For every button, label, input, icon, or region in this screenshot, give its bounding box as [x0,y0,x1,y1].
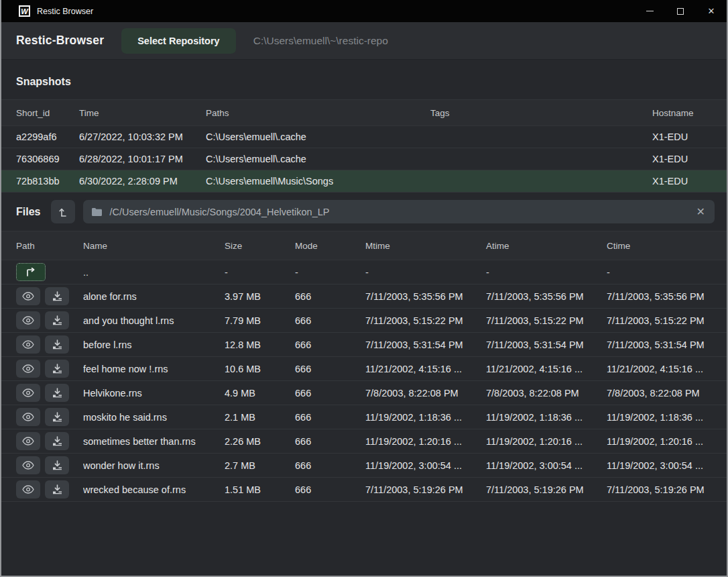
file-mode: 666 [295,412,365,423]
clear-path-button[interactable]: ✕ [695,205,707,218]
column-mtime: Mtime [365,241,486,251]
snapshot-row[interactable]: a2299af6 6/27/2022, 10:03:32 PM C:\Users… [1,126,727,148]
download-icon [52,436,62,446]
file-name: wrecked because of.rns [83,484,225,495]
page-title: Restic-Browser [16,34,104,48]
download-file-button[interactable] [45,384,69,402]
close-icon: ✕ [708,6,715,16]
file-name: .. [83,267,225,278]
download-icon [52,339,62,350]
file-atime: 7/11/2003, 5:31:54 PM [486,339,607,350]
preview-file-button[interactable] [16,360,40,378]
download-file-button[interactable] [45,311,69,329]
column-time: Time [79,108,206,118]
file-size: 1.51 MB [225,484,295,495]
snapshot-short-id: 72b813bb [16,176,79,187]
file-ctime: 7/11/2003, 5:31:54 PM [607,339,715,350]
file-size: 2.7 MB [225,460,295,471]
select-repository-button[interactable]: Select Repository [121,28,236,54]
column-name: Name [83,241,225,251]
file-name: before l.rns [83,339,225,350]
column-size: Size [225,241,295,251]
download-file-button[interactable] [45,335,69,354]
file-atime: 11/21/2002, 4:15:16 ... [486,364,607,374]
download-file-button[interactable] [45,287,69,305]
file-size: 2.1 MB [225,412,295,423]
file-row: moskito he said.rns 2.1 MB 666 11/19/200… [1,405,727,429]
download-file-button[interactable] [45,408,69,426]
file-atime: 11/19/2002, 1:20:16 ... [486,436,607,447]
file-mode: 666 [295,364,365,374]
download-file-button[interactable] [45,360,69,378]
preview-file-button[interactable] [16,384,40,402]
eye-icon [22,461,34,470]
file-ctime: 7/11/2003, 5:15:22 PM [607,315,715,326]
path-bar[interactable]: /C/Users/emuell/Music/Songs/2004_Helveti… [83,200,715,223]
preview-file-button[interactable] [16,408,40,426]
column-ctime: Ctime [607,241,715,251]
file-row: and you thought l.rns 7.79 MB 666 7/11/2… [1,309,727,333]
file-name: sometimes better than.rns [83,436,225,447]
download-icon [52,484,62,494]
snapshot-hostname: X1-EDU [652,132,712,142]
eye-icon [22,413,34,421]
file-ctime: - [607,267,715,278]
file-mtime: 7/11/2003, 5:15:22 PM [365,315,486,326]
file-row: feel home now !.rns 10.6 MB 666 11/21/20… [1,357,727,381]
file-size: 10.6 MB [225,364,295,374]
snapshot-row[interactable]: 76306869 6/28/2022, 10:01:17 PM C:\Users… [1,148,727,170]
file-size: 7.79 MB [225,315,295,326]
snapshot-time: 6/28/2022, 10:01:17 PM [79,154,206,164]
eye-icon [22,388,34,397]
preview-file-button[interactable] [16,480,40,499]
preview-file-button[interactable] [16,311,40,329]
snapshot-hostname: X1-EDU [652,176,712,187]
download-icon [52,364,62,374]
maximize-button[interactable] [665,0,696,22]
level-up-button[interactable] [51,200,75,223]
preview-file-button[interactable] [16,287,40,305]
file-mode: 666 [295,484,365,495]
file-mtime: 7/11/2003, 5:31:54 PM [365,339,486,350]
snapshot-row[interactable]: 72b813bb 6/30/2022, 2:28:09 PM C:\Users\… [1,170,727,193]
download-icon [52,388,62,398]
maximize-icon [677,8,684,15]
file-mtime: 7/11/2003, 5:35:56 PM [365,291,486,302]
file-atime: 11/19/2002, 3:00:54 ... [486,460,607,471]
file-row: alone for.rns 3.97 MB 666 7/11/2003, 5:3… [1,284,727,309]
file-atime: 7/11/2003, 5:15:22 PM [486,315,607,326]
go-to-parent-button[interactable] [16,263,46,281]
snapshots-section-title: Snapshots [16,76,71,87]
column-path: Path [16,241,83,251]
file-name: alone for.rns [83,291,225,302]
file-mtime: 7/11/2003, 5:19:26 PM [365,484,486,495]
file-atime: 7/11/2003, 5:35:56 PM [486,291,607,302]
download-icon [52,291,62,301]
snapshot-hostname: X1-EDU [652,154,712,164]
preview-file-button[interactable] [16,456,40,474]
minimize-button[interactable] [634,0,665,22]
download-file-button[interactable] [45,480,69,499]
preview-file-button[interactable] [16,335,40,354]
parent-dir-arrow-icon [25,268,37,277]
preview-file-button[interactable] [16,432,40,450]
download-file-button[interactable] [45,432,69,450]
column-atime: Atime [486,241,607,251]
download-icon [52,315,62,325]
file-row: .. - - - - - [1,260,727,284]
file-name: wonder how it.rns [83,460,225,471]
current-path[interactable]: /C/Users/emuell/Music/Songs/2004_Helveti… [109,207,688,217]
file-row: before l.rns 12.8 MB 666 7/11/2003, 5:31… [1,333,727,357]
file-mode: 666 [295,315,365,326]
file-mtime: 11/19/2002, 1:18:36 ... [365,412,486,423]
minimize-icon [646,11,654,11]
snapshots-table-header: Short_id Time Paths Tags Hostname [1,99,727,126]
download-file-button[interactable] [45,456,69,474]
eye-icon [22,292,34,301]
eye-icon [22,316,34,325]
file-ctime: 11/19/2002, 1:20:16 ... [607,436,715,447]
files-table-header: Path Name Size Mode Mtime Atime Ctime [1,231,727,260]
close-button[interactable]: ✕ [696,0,727,22]
file-ctime: 7/8/2003, 8:22:08 PM [607,388,715,399]
file-size: 4.9 MB [225,388,295,399]
